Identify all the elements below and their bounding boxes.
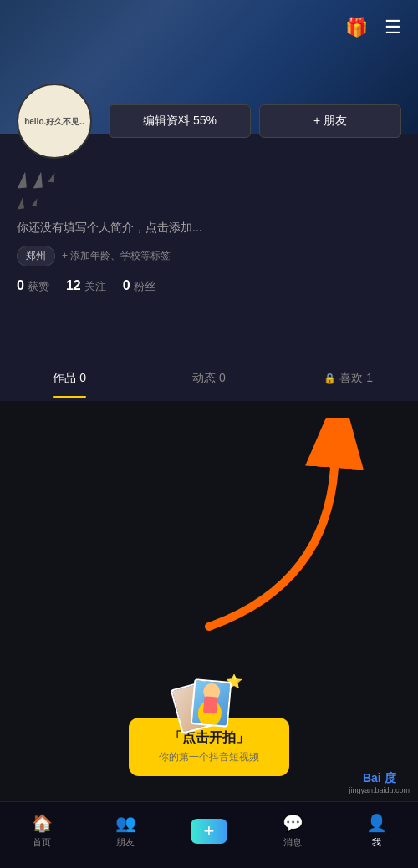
- svg-rect-3: [203, 696, 218, 713]
- followers-label: 粉丝: [134, 279, 155, 294]
- triangle-icon-1: [16, 172, 27, 189]
- cta-main-text: 「点击开拍」: [159, 729, 259, 747]
- nav-me[interactable]: 👤 我: [334, 813, 418, 849]
- tags-row: 郑州 + 添加年龄、学校等标签: [17, 246, 401, 266]
- photo-stack: ⭐: [176, 680, 242, 726]
- likes-count: 0: [17, 278, 24, 293]
- add-friend-button[interactable]: + 朋友: [259, 104, 401, 138]
- menu-icon[interactable]: ☰: [385, 17, 401, 38]
- tab-works[interactable]: 作品 0: [0, 359, 140, 398]
- friends-icon: 👥: [115, 813, 136, 833]
- bio-text[interactable]: 你还没有填写个人简介，点击添加...: [17, 221, 401, 236]
- profile-section: hello.好久不见.. 编辑资料 55% + 朋友 你还没有填写个人简介，点击…: [0, 84, 418, 294]
- cta-container: ⭐ 「点击开拍」 你的第一个抖音短视频: [129, 680, 289, 776]
- nav-friends[interactable]: 👥 朋友: [84, 813, 167, 849]
- nav-friends-label: 朋友: [116, 836, 135, 849]
- following-label: 关注: [84, 279, 106, 294]
- bottom-nav: 🏠 首页 👥 朋友 + 💬 消息 👤 我: [0, 801, 418, 868]
- lock-icon: 🔒: [324, 373, 336, 384]
- location-tag[interactable]: 郑州: [17, 246, 55, 266]
- baidu-logo: Bai 度: [363, 771, 396, 786]
- tab-dynamic[interactable]: 动态 0: [140, 359, 279, 398]
- me-icon: 👤: [366, 813, 387, 833]
- following-stat[interactable]: 12 关注: [66, 278, 106, 294]
- small-triangle-1: [16, 197, 24, 209]
- plus-icon: +: [204, 820, 215, 842]
- triangle-icon-3: [48, 172, 54, 183]
- second-icons-row: [17, 198, 401, 209]
- nav-home[interactable]: 🏠 首页: [0, 813, 84, 849]
- cta-illustration: ⭐: [176, 680, 242, 726]
- nav-home-label: 首页: [33, 836, 51, 849]
- likes-stat: 0 获赞: [17, 278, 49, 294]
- nav-messages[interactable]: 💬 消息: [251, 813, 334, 849]
- triangle-icon-2: [32, 172, 43, 189]
- plus-button[interactable]: +: [191, 819, 227, 844]
- nav-me-label: 我: [372, 836, 381, 849]
- top-icons-row: 🎁 ☰: [345, 17, 401, 38]
- following-count: 12: [66, 278, 81, 293]
- gift-icon[interactable]: 🎁: [345, 17, 368, 38]
- nav-plus[interactable]: +: [167, 819, 251, 844]
- stats-row: 0 获赞 12 关注 0 粉丝: [17, 278, 401, 294]
- followers-stat[interactable]: 0 粉丝: [123, 278, 155, 294]
- followers-count: 0: [123, 278, 130, 293]
- cta-sub-text: 你的第一个抖音短视频: [159, 750, 259, 764]
- add-tags[interactable]: + 添加年龄、学校等标签: [62, 249, 171, 263]
- music-icons-row: [17, 172, 401, 188]
- profile-buttons: 编辑资料 55% + 朋友: [109, 104, 401, 138]
- avatar[interactable]: hello.好久不见..: [17, 84, 92, 159]
- person-illustration: [192, 680, 230, 725]
- watermark-text: jingyan.baidu.com: [349, 786, 410, 794]
- likes-label: 获赞: [28, 279, 49, 294]
- nav-messages-label: 消息: [283, 836, 302, 849]
- tabs-section: 作品 0 动态 0 🔒喜欢 1: [0, 359, 418, 398]
- profile-top-row: hello.好久不见.. 编辑资料 55% + 朋友: [17, 84, 401, 159]
- small-triangle-2: [32, 198, 38, 206]
- tab-likes[interactable]: 🔒喜欢 1: [278, 359, 418, 398]
- watermark: Bai 度 jingyan.baidu.com: [349, 771, 410, 794]
- photo-card-2: [191, 678, 232, 728]
- home-icon: 🏠: [32, 813, 53, 833]
- edit-profile-button[interactable]: 编辑资料 55%: [109, 104, 251, 138]
- message-icon: 💬: [283, 813, 303, 833]
